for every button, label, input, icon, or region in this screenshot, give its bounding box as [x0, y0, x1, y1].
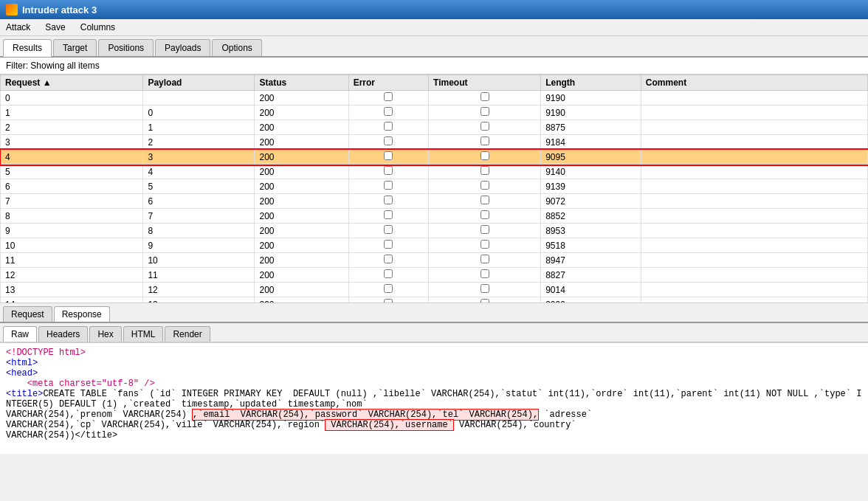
table-row[interactable]: 762009072 [1, 194, 868, 209]
tab-html[interactable]: HTML [123, 326, 164, 342]
table-row[interactable]: 872008852 [1, 209, 868, 224]
menu-save[interactable]: Save [42, 21, 68, 34]
cell-payload: 4 [143, 165, 255, 179]
checkbox-error[interactable] [384, 225, 393, 234]
table-row[interactable]: 12112008827 [1, 268, 868, 283]
col-status[interactable]: Status [255, 75, 348, 91]
table-row[interactable]: 1092009518 [1, 238, 868, 253]
col-timeout[interactable]: Timeout [429, 75, 541, 91]
code-line-title-start: <title> [6, 389, 43, 399]
cell-length: 9095 [541, 150, 641, 165]
checkbox-error[interactable] [384, 166, 393, 175]
checkbox-error[interactable] [384, 151, 393, 160]
checkbox-error[interactable] [384, 240, 393, 249]
tab-response[interactable]: Response [54, 306, 110, 322]
checkbox-timeout[interactable] [480, 240, 489, 249]
checkbox-error[interactable] [384, 255, 393, 263]
table-row[interactable]: 432009095 [1, 150, 868, 165]
menu-bar: Attack Save Columns [0, 19, 868, 36]
cell-comment [641, 179, 867, 194]
tab-payloads[interactable]: Payloads [155, 39, 210, 56]
col-comment[interactable]: Comment [641, 75, 867, 91]
col-payload[interactable]: Payload [143, 75, 255, 91]
tab-headers[interactable]: Headers [38, 326, 88, 342]
cell-request: 3 [1, 135, 143, 150]
title-bar: Intruder attack 3 [0, 0, 868, 19]
results-table: Request ▲ Payload Status Error Timeout L… [0, 75, 868, 303]
table-row[interactable]: 13122009014 [1, 283, 868, 297]
tab-bar: Results Target Positions Payloads Option… [0, 36, 868, 58]
checkbox-timeout[interactable] [480, 92, 489, 101]
table-row[interactable]: 542009140 [1, 165, 868, 179]
cell-comment [641, 120, 867, 135]
checkbox-timeout[interactable] [480, 122, 489, 131]
checkbox-timeout[interactable] [480, 196, 489, 204]
menu-attack[interactable]: Attack [3, 21, 33, 34]
table-row[interactable]: 14132009090 [1, 297, 868, 304]
tab-request[interactable]: Request [3, 306, 52, 322]
checkbox-error[interactable] [384, 284, 393, 293]
cell-comment [641, 297, 867, 304]
cell-payload [143, 91, 255, 106]
checkbox-error[interactable] [384, 122, 393, 131]
tab-options[interactable]: Options [212, 39, 261, 56]
checkbox-error[interactable] [384, 92, 393, 101]
checkbox-error[interactable] [384, 196, 393, 204]
tab-raw[interactable]: Raw [3, 326, 37, 342]
checkbox-error[interactable] [384, 107, 393, 116]
col-request[interactable]: Request ▲ [1, 75, 143, 91]
code-content-1: CREATE TABLE `fans` (`id` INTEGER PRIMAR… [6, 389, 861, 410]
cell-timeout [429, 194, 541, 209]
checkbox-timeout[interactable] [480, 181, 489, 190]
table-row[interactable]: 322009184 [1, 135, 868, 150]
checkbox-timeout[interactable] [480, 166, 489, 175]
col-error[interactable]: Error [348, 75, 428, 91]
tab-hex[interactable]: Hex [89, 326, 121, 342]
checkbox-timeout[interactable] [480, 255, 489, 263]
checkbox-timeout[interactable] [480, 210, 489, 219]
table-body: 0200919010200919021200887532200918443200… [1, 91, 868, 304]
cell-status: 200 [255, 253, 348, 268]
checkbox-timeout[interactable] [480, 151, 489, 160]
code-line-html: <html> [6, 358, 38, 368]
table-row[interactable]: 982008953 [1, 224, 868, 238]
menu-columns[interactable]: Columns [78, 21, 118, 34]
cell-status: 200 [255, 209, 348, 224]
cell-request: 9 [1, 224, 143, 238]
tab-render[interactable]: Render [165, 326, 210, 342]
cell-length: 8875 [541, 120, 641, 135]
checkbox-error[interactable] [384, 269, 393, 278]
cell-length: 8953 [541, 224, 641, 238]
checkbox-timeout[interactable] [480, 284, 489, 293]
checkbox-timeout[interactable] [480, 107, 489, 116]
table-row[interactable]: 212008875 [1, 120, 868, 135]
cell-comment [641, 106, 867, 120]
view-tabs: Raw Headers Hex HTML Render [0, 323, 868, 342]
cell-timeout [429, 253, 541, 268]
table-row[interactable]: 102009190 [1, 106, 868, 120]
cell-error [348, 91, 428, 106]
cell-status: 200 [255, 106, 348, 120]
checkbox-error[interactable] [384, 210, 393, 219]
checkbox-error[interactable] [384, 181, 393, 190]
table-row[interactable]: 652009139 [1, 179, 868, 194]
tab-results[interactable]: Results [3, 39, 52, 57]
checkbox-error[interactable] [384, 137, 393, 145]
cell-payload: 3 [143, 150, 255, 165]
checkbox-timeout[interactable] [480, 137, 489, 145]
cell-status: 200 [255, 268, 348, 283]
table-row[interactable]: 11102008947 [1, 253, 868, 268]
checkbox-timeout[interactable] [480, 269, 489, 278]
code-line-head: <head> [6, 368, 38, 379]
bottom-panel: Request Response Raw Headers Hex HTML Re… [0, 303, 868, 343]
tab-target[interactable]: Target [53, 39, 97, 56]
cell-request: 11 [1, 253, 143, 268]
checkbox-timeout[interactable] [480, 225, 489, 234]
tab-positions[interactable]: Positions [98, 39, 154, 56]
col-length[interactable]: Length [541, 75, 641, 91]
table-row[interactable]: 02009190 [1, 91, 868, 106]
cell-error [348, 106, 428, 120]
cell-status: 200 [255, 238, 348, 253]
cell-payload: 6 [143, 194, 255, 209]
code-content-4: VARCHAR(254),`cp` VARCHAR(254),`ville` V… [6, 420, 325, 430]
